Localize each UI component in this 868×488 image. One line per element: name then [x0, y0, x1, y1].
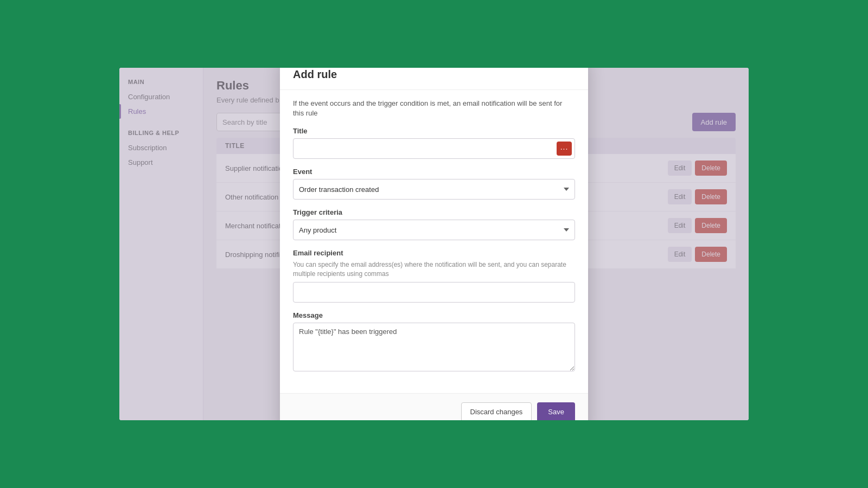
modal-overlay[interactable]: Add rule If the event occurs and the tri… — [119, 68, 749, 420]
modal-description: If the event occurs and the trigger cond… — [293, 99, 575, 118]
modal-header: Add rule — [280, 68, 588, 90]
email-input[interactable] — [293, 282, 575, 303]
trigger-form-group: Trigger criteria Any product Specific pr… — [293, 208, 575, 240]
modal-title: Add rule — [293, 68, 575, 81]
trigger-label: Trigger criteria — [293, 208, 575, 216]
title-label: Title — [293, 127, 575, 135]
title-form-group: Title ··· — [293, 127, 575, 159]
email-label: Email recipient — [293, 249, 575, 257]
save-button[interactable]: Save — [537, 402, 575, 420]
email-form-group: Email recipient You can specify the emai… — [293, 249, 575, 303]
discard-button[interactable]: Discard changes — [461, 402, 532, 420]
add-rule-modal: Add rule If the event occurs and the tri… — [280, 68, 588, 420]
email-hint: You can specify the email address(es) wh… — [293, 260, 575, 279]
message-label: Message — [293, 311, 575, 319]
trigger-select[interactable]: Any product Specific product — [293, 220, 575, 240]
message-form-group: Message Rule "{title}" has been triggere… — [293, 311, 575, 374]
modal-footer: Discard changes Save — [280, 393, 588, 420]
event-label: Event — [293, 168, 575, 176]
event-select[interactable]: Order transaction created Order created … — [293, 179, 575, 200]
title-dots-button[interactable]: ··· — [557, 142, 572, 156]
event-form-group: Event Order transaction created Order cr… — [293, 168, 575, 200]
modal-body: If the event occurs and the trigger cond… — [280, 90, 588, 393]
message-textarea[interactable]: Rule "{title}" has been triggered — [293, 323, 575, 371]
title-input[interactable] — [293, 138, 575, 159]
title-input-wrapper: ··· — [293, 138, 575, 159]
app-container: MAIN Configuration Rules BILLING & HELP … — [119, 68, 749, 420]
